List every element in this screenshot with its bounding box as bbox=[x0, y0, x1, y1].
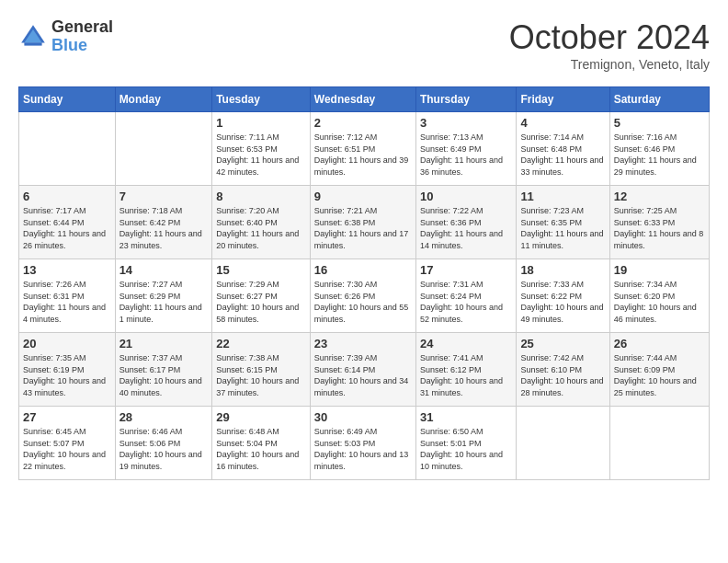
day-info: Sunrise: 7:42 AM Sunset: 6:10 PM Dayligh… bbox=[520, 352, 605, 398]
day-info: Sunrise: 7:21 AM Sunset: 6:38 PM Dayligh… bbox=[314, 205, 412, 251]
day-number: 14 bbox=[119, 263, 209, 277]
day-cell: 16Sunrise: 7:30 AM Sunset: 6:26 PM Dayli… bbox=[310, 259, 415, 333]
day-cell: 8Sunrise: 7:20 AM Sunset: 6:40 PM Daylig… bbox=[212, 186, 311, 259]
day-info: Sunrise: 7:35 AM Sunset: 6:19 PM Dayligh… bbox=[23, 352, 111, 398]
day-cell bbox=[609, 407, 709, 480]
day-cell: 20Sunrise: 7:35 AM Sunset: 6:19 PM Dayli… bbox=[19, 333, 116, 407]
day-info: Sunrise: 7:30 AM Sunset: 6:26 PM Dayligh… bbox=[314, 279, 412, 325]
day-info: Sunrise: 6:50 AM Sunset: 5:01 PM Dayligh… bbox=[420, 426, 512, 472]
day-info: Sunrise: 7:14 AM Sunset: 6:48 PM Dayligh… bbox=[520, 132, 605, 178]
logo-text: General Blue bbox=[51, 18, 113, 55]
day-cell: 13Sunrise: 7:26 AM Sunset: 6:31 PM Dayli… bbox=[19, 259, 116, 333]
day-info: Sunrise: 7:39 AM Sunset: 6:14 PM Dayligh… bbox=[314, 352, 412, 398]
month-title: October 2024 bbox=[509, 18, 710, 57]
day-cell bbox=[115, 112, 212, 186]
header-cell-sunday: Sunday bbox=[19, 87, 116, 112]
day-info: Sunrise: 7:11 AM Sunset: 6:53 PM Dayligh… bbox=[216, 132, 306, 178]
page-header: General Blue October 2024 Tremignon, Ven… bbox=[18, 18, 710, 72]
day-info: Sunrise: 7:34 AM Sunset: 6:20 PM Dayligh… bbox=[614, 279, 705, 325]
day-info: Sunrise: 7:23 AM Sunset: 6:35 PM Dayligh… bbox=[520, 205, 605, 251]
week-row-5: 27Sunrise: 6:45 AM Sunset: 5:07 PM Dayli… bbox=[19, 407, 710, 480]
logo-icon bbox=[18, 22, 48, 52]
day-cell bbox=[19, 112, 116, 186]
day-cell: 12Sunrise: 7:25 AM Sunset: 6:33 PM Dayli… bbox=[609, 186, 709, 259]
location: Tremignon, Veneto, Italy bbox=[509, 57, 710, 72]
day-cell: 29Sunrise: 6:48 AM Sunset: 5:04 PM Dayli… bbox=[212, 407, 311, 480]
day-cell bbox=[517, 407, 609, 480]
day-info: Sunrise: 7:18 AM Sunset: 6:42 PM Dayligh… bbox=[119, 205, 209, 251]
logo: General Blue bbox=[18, 18, 113, 55]
day-number: 21 bbox=[119, 337, 209, 350]
day-cell: 11Sunrise: 7:23 AM Sunset: 6:35 PM Dayli… bbox=[517, 186, 609, 259]
day-info: Sunrise: 6:46 AM Sunset: 5:06 PM Dayligh… bbox=[119, 426, 209, 472]
day-cell: 28Sunrise: 6:46 AM Sunset: 5:06 PM Dayli… bbox=[115, 407, 212, 480]
day-number: 19 bbox=[614, 263, 705, 277]
day-number: 6 bbox=[23, 190, 111, 203]
day-cell: 23Sunrise: 7:39 AM Sunset: 6:14 PM Dayli… bbox=[310, 333, 415, 407]
day-number: 23 bbox=[314, 337, 412, 350]
day-cell: 15Sunrise: 7:29 AM Sunset: 6:27 PM Dayli… bbox=[212, 259, 311, 333]
day-cell: 30Sunrise: 6:49 AM Sunset: 5:03 PM Dayli… bbox=[310, 407, 415, 480]
day-number: 25 bbox=[520, 337, 605, 350]
week-row-2: 6Sunrise: 7:17 AM Sunset: 6:44 PM Daylig… bbox=[19, 186, 710, 259]
day-number: 7 bbox=[119, 190, 209, 203]
day-number: 13 bbox=[23, 263, 111, 277]
day-cell: 14Sunrise: 7:27 AM Sunset: 6:29 PM Dayli… bbox=[115, 259, 212, 333]
day-number: 28 bbox=[119, 410, 209, 424]
day-info: Sunrise: 6:45 AM Sunset: 5:07 PM Dayligh… bbox=[23, 426, 111, 472]
week-row-3: 13Sunrise: 7:26 AM Sunset: 6:31 PM Dayli… bbox=[19, 259, 710, 333]
day-cell: 19Sunrise: 7:34 AM Sunset: 6:20 PM Dayli… bbox=[609, 259, 709, 333]
day-info: Sunrise: 7:17 AM Sunset: 6:44 PM Dayligh… bbox=[23, 205, 111, 251]
day-info: Sunrise: 7:22 AM Sunset: 6:36 PM Dayligh… bbox=[420, 205, 512, 251]
header-row: SundayMondayTuesdayWednesdayThursdayFrid… bbox=[19, 87, 710, 112]
day-cell: 6Sunrise: 7:17 AM Sunset: 6:44 PM Daylig… bbox=[19, 186, 116, 259]
header-cell-friday: Friday bbox=[517, 87, 609, 112]
day-number: 17 bbox=[420, 263, 512, 277]
week-row-4: 20Sunrise: 7:35 AM Sunset: 6:19 PM Dayli… bbox=[19, 333, 710, 407]
day-cell: 10Sunrise: 7:22 AM Sunset: 6:36 PM Dayli… bbox=[415, 186, 516, 259]
header-cell-tuesday: Tuesday bbox=[212, 87, 311, 112]
day-cell: 5Sunrise: 7:16 AM Sunset: 6:46 PM Daylig… bbox=[609, 112, 709, 186]
day-number: 15 bbox=[216, 263, 306, 277]
day-cell: 7Sunrise: 7:18 AM Sunset: 6:42 PM Daylig… bbox=[115, 186, 212, 259]
day-number: 16 bbox=[314, 263, 412, 277]
day-cell: 22Sunrise: 7:38 AM Sunset: 6:15 PM Dayli… bbox=[212, 333, 311, 407]
day-number: 12 bbox=[614, 190, 705, 203]
day-number: 26 bbox=[614, 337, 705, 350]
day-number: 8 bbox=[216, 190, 306, 203]
day-number: 2 bbox=[314, 116, 412, 130]
day-number: 31 bbox=[420, 410, 512, 424]
day-number: 29 bbox=[216, 410, 306, 424]
day-info: Sunrise: 7:12 AM Sunset: 6:51 PM Dayligh… bbox=[314, 132, 412, 178]
logo-blue: Blue bbox=[51, 37, 113, 55]
day-cell: 26Sunrise: 7:44 AM Sunset: 6:09 PM Dayli… bbox=[609, 333, 709, 407]
week-row-1: 1Sunrise: 7:11 AM Sunset: 6:53 PM Daylig… bbox=[19, 112, 710, 186]
day-cell: 24Sunrise: 7:41 AM Sunset: 6:12 PM Dayli… bbox=[415, 333, 516, 407]
day-info: Sunrise: 7:27 AM Sunset: 6:29 PM Dayligh… bbox=[119, 279, 209, 325]
day-info: Sunrise: 7:20 AM Sunset: 6:40 PM Dayligh… bbox=[216, 205, 306, 251]
day-number: 11 bbox=[520, 190, 605, 203]
day-cell: 2Sunrise: 7:12 AM Sunset: 6:51 PM Daylig… bbox=[310, 112, 415, 186]
day-info: Sunrise: 7:37 AM Sunset: 6:17 PM Dayligh… bbox=[119, 352, 209, 398]
day-cell: 3Sunrise: 7:13 AM Sunset: 6:49 PM Daylig… bbox=[415, 112, 516, 186]
header-cell-thursday: Thursday bbox=[415, 87, 516, 112]
day-cell: 1Sunrise: 7:11 AM Sunset: 6:53 PM Daylig… bbox=[212, 112, 311, 186]
day-info: Sunrise: 7:25 AM Sunset: 6:33 PM Dayligh… bbox=[614, 205, 705, 251]
day-number: 20 bbox=[23, 337, 111, 350]
day-info: Sunrise: 7:38 AM Sunset: 6:15 PM Dayligh… bbox=[216, 352, 306, 398]
day-cell: 17Sunrise: 7:31 AM Sunset: 6:24 PM Dayli… bbox=[415, 259, 516, 333]
day-number: 22 bbox=[216, 337, 306, 350]
day-cell: 18Sunrise: 7:33 AM Sunset: 6:22 PM Dayli… bbox=[517, 259, 609, 333]
day-info: Sunrise: 7:26 AM Sunset: 6:31 PM Dayligh… bbox=[23, 279, 111, 325]
logo-general: General bbox=[51, 18, 113, 37]
header-cell-saturday: Saturday bbox=[609, 87, 709, 112]
day-info: Sunrise: 6:48 AM Sunset: 5:04 PM Dayligh… bbox=[216, 426, 306, 472]
day-number: 9 bbox=[314, 190, 412, 203]
day-info: Sunrise: 7:29 AM Sunset: 6:27 PM Dayligh… bbox=[216, 279, 306, 325]
day-info: Sunrise: 6:49 AM Sunset: 5:03 PM Dayligh… bbox=[314, 426, 412, 472]
day-number: 3 bbox=[420, 116, 512, 130]
day-cell: 27Sunrise: 6:45 AM Sunset: 5:07 PM Dayli… bbox=[19, 407, 116, 480]
calendar-table: SundayMondayTuesdayWednesdayThursdayFrid… bbox=[18, 86, 710, 480]
day-number: 27 bbox=[23, 410, 111, 424]
day-number: 24 bbox=[420, 337, 512, 350]
